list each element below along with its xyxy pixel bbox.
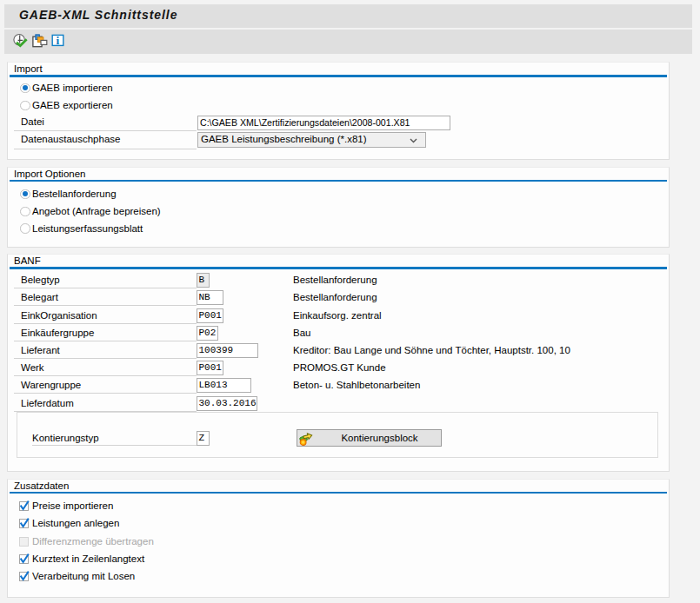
svg-text:i: i [57,34,60,47]
